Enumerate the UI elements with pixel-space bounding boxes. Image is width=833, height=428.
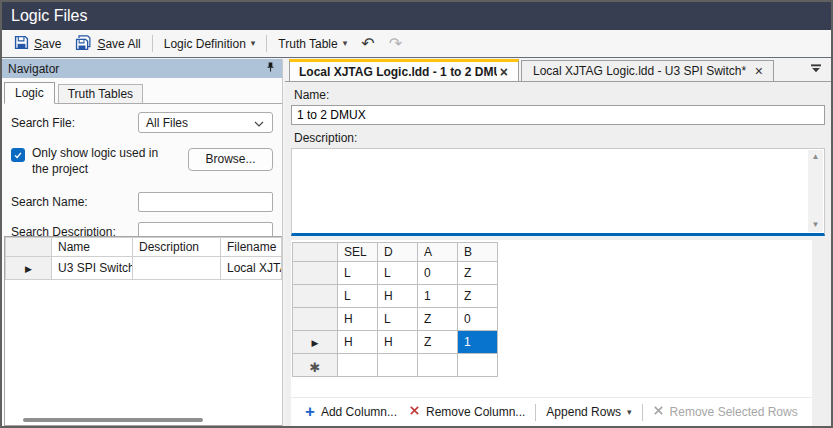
row-selector-cell[interactable] (293, 262, 338, 285)
row-selector-cell[interactable]: ▶ (6, 257, 52, 280)
cell[interactable]: 1 (418, 285, 458, 308)
redo-button[interactable]: ↷ (382, 33, 409, 55)
truth-table-grid: SEL D A B L L 0 Z (292, 242, 498, 377)
redo-icon: ↷ (389, 36, 402, 52)
table-row: ▶ H H Z 1 (293, 331, 498, 354)
column-header-a[interactable]: A (418, 243, 458, 262)
cell[interactable] (378, 354, 418, 377)
toolbar-separator (535, 404, 536, 421)
save-label: Save (34, 37, 61, 51)
append-rows-button[interactable]: Append Rows ▾ (540, 402, 637, 422)
browse-button[interactable]: Browse... (188, 148, 273, 171)
vertical-scrollbar[interactable]: ▲ ▼ (808, 150, 823, 232)
cell[interactable]: Z (458, 262, 498, 285)
main-toolbar: Save Save All Logic Definition ▾ Truth T… (2, 30, 831, 57)
cell[interactable] (458, 354, 498, 377)
cell[interactable]: L (338, 262, 378, 285)
horizontal-scrollbar-thumb[interactable] (23, 418, 203, 422)
remove-icon (409, 405, 420, 419)
table-row: L L 0 Z (293, 262, 498, 285)
cell[interactable]: Z (418, 308, 458, 331)
cell-filename[interactable]: Local XJTAG Logic.ldd (221, 257, 282, 280)
navigator-tab-bar: Logic Truth Tables (4, 82, 282, 104)
only-show-logic-checkbox[interactable] (11, 148, 25, 162)
search-name-input[interactable] (138, 192, 273, 212)
name-label: Name: (294, 88, 825, 102)
column-header-name[interactable]: Name (52, 238, 133, 257)
pin-icon[interactable] (265, 61, 276, 76)
cell[interactable]: 0 (458, 308, 498, 331)
column-header-d[interactable]: D (378, 243, 418, 262)
remove-selected-rows-button[interactable]: Remove Selected Rows (647, 402, 804, 422)
column-header-sel[interactable]: SEL (338, 243, 378, 262)
document-tab-bar: Local XJTAG Logic.ldd - 1 to 2 DMUX* × L… (289, 59, 831, 81)
tab-label: Local XJTAG Logic.ldd - 1 to 2 DMUX* (299, 65, 497, 79)
add-column-button[interactable]: + Add Column... (299, 401, 403, 424)
cell[interactable]: Z (418, 331, 458, 354)
current-row-icon: ▶ (312, 338, 319, 348)
cell[interactable]: L (338, 285, 378, 308)
remove-column-label: Remove Column... (426, 405, 525, 419)
undo-button[interactable]: ↶ (354, 33, 381, 55)
tab-list-dropdown-icon[interactable] (810, 63, 822, 77)
search-file-select[interactable]: All Files (138, 112, 273, 133)
document-panel: Local XJTAG Logic.ldd - 1 to 2 DMUX* × L… (285, 59, 831, 426)
description-textarea[interactable] (292, 149, 808, 233)
table-row: H L Z 0 (293, 308, 498, 331)
cell[interactable]: H (378, 331, 418, 354)
table-row[interactable]: ▶ U3 SPI Switch Local XJTAG Logic.ldd (6, 257, 282, 280)
undo-icon: ↶ (361, 36, 374, 52)
tab-logic[interactable]: Logic (4, 82, 55, 104)
window-title: Logic Files (11, 7, 87, 25)
tab-truth-tables[interactable]: Truth Tables (58, 84, 143, 103)
logic-definition-menu-button[interactable]: Logic Definition ▾ (157, 34, 263, 54)
search-file-value: All Files (146, 116, 188, 130)
cell[interactable]: H (338, 308, 378, 331)
name-input[interactable] (291, 105, 825, 125)
append-rows-label: Append Rows (546, 405, 621, 419)
search-file-label: Search File: (11, 116, 75, 130)
cell-description[interactable] (133, 257, 221, 280)
close-icon[interactable]: × (497, 65, 511, 79)
remove-column-button[interactable]: Remove Column... (403, 402, 531, 422)
row-selector-cell[interactable] (293, 285, 338, 308)
navigator-title: Navigator (8, 62, 59, 76)
cell[interactable]: Z (458, 285, 498, 308)
row-selector-cell[interactable]: ✱ (293, 354, 338, 377)
logic-definition-label: Logic Definition (164, 37, 246, 51)
tab-1-to-2-dmux[interactable]: Local XJTAG Logic.ldd - 1 to 2 DMUX* × (289, 59, 519, 81)
chevron-down-icon: ▾ (343, 39, 348, 48)
new-row: ✱ (293, 354, 498, 377)
cell-name[interactable]: U3 SPI Switch (52, 257, 133, 280)
column-header-description[interactable]: Description (133, 238, 221, 257)
add-column-label: Add Column... (321, 405, 397, 419)
cell[interactable]: L (378, 262, 418, 285)
selected-cell[interactable]: 1 (458, 331, 498, 354)
main-area: Navigator Logic Truth Tables Search File… (2, 57, 831, 426)
save-all-button[interactable]: Save All (68, 32, 147, 56)
save-button[interactable]: Save (7, 32, 68, 56)
truth-table-label: Truth Table (278, 37, 337, 51)
description-field: ▲ ▼ (291, 148, 825, 236)
cell[interactable]: 0 (418, 262, 458, 285)
cell[interactable] (338, 354, 378, 377)
cell[interactable]: H (338, 331, 378, 354)
logic-list-header-row: Name Description Filename (6, 238, 282, 257)
new-row-icon: ✱ (310, 360, 321, 375)
row-selector-cell[interactable] (293, 308, 338, 331)
chevron-down-icon: ▾ (251, 39, 256, 48)
truth-table-menu-button[interactable]: Truth Table ▾ (271, 34, 354, 54)
scroll-down-icon[interactable]: ▼ (812, 221, 820, 229)
scroll-up-icon[interactable]: ▲ (812, 153, 820, 161)
close-icon[interactable]: × (752, 64, 766, 78)
cell[interactable]: H (378, 285, 418, 308)
column-header-b[interactable]: B (458, 243, 498, 262)
cell[interactable]: L (378, 308, 418, 331)
tab-u3-spi-switch[interactable]: Local XJTAG Logic.ldd - U3 SPI Switch* × (521, 60, 774, 81)
save-icon (14, 35, 29, 53)
column-header-filename[interactable]: Filename (221, 238, 282, 257)
only-show-logic-label: Only show logic used in the project (32, 146, 171, 177)
cell[interactable] (418, 354, 458, 377)
row-selector-cell[interactable]: ▶ (293, 331, 338, 354)
add-icon: + (305, 403, 315, 420)
